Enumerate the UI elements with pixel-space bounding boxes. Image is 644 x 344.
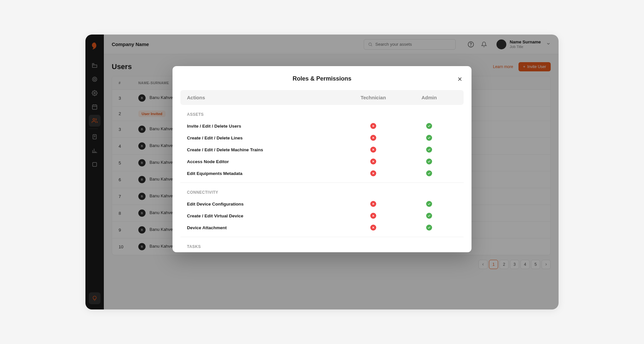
col-actions: Actions — [187, 95, 345, 100]
app-window: Company Name Name Surname Job Title User — [85, 35, 559, 309]
permission-row: Create / Edit / Delete Machine Trains — [180, 144, 464, 156]
cross-icon — [370, 213, 376, 219]
permissions-header: Actions Technician Admin — [180, 90, 464, 105]
permission-section: ASSETS — [180, 105, 464, 120]
cross-icon — [370, 159, 376, 164]
permission-action: Edit Device Configurations — [187, 202, 345, 207]
permission-section: CONNECTIVITY — [180, 183, 464, 198]
permission-row: Access Node Editor — [180, 156, 464, 167]
permission-row: Device Attachment — [180, 222, 464, 233]
close-icon[interactable]: ✕ — [456, 75, 464, 83]
cross-icon — [370, 170, 376, 176]
check-icon — [426, 213, 432, 219]
cross-icon — [370, 225, 376, 231]
permission-row: Edit Device Configurations — [180, 198, 464, 210]
cross-icon — [370, 123, 376, 129]
col-technician: Technician — [345, 95, 401, 100]
permission-action: Invite / Edit / Delete Users — [187, 124, 345, 129]
modal-title: Roles & Permissions — [292, 75, 351, 82]
check-icon — [426, 123, 432, 129]
check-icon — [426, 201, 432, 207]
permission-action: Edit Equipments Metadata — [187, 171, 345, 176]
permission-action: Create / Edit / Delete Machine Trains — [187, 147, 345, 152]
check-icon — [426, 147, 432, 153]
check-icon — [426, 135, 432, 141]
cross-icon — [370, 147, 376, 153]
permission-action: Access Node Editor — [187, 159, 345, 164]
check-icon — [426, 225, 432, 231]
permission-action: Create / Edit / Delete Lines — [187, 135, 345, 140]
permission-row: Create / Edit / Delete Lines — [180, 132, 464, 144]
permission-section: TASKS — [180, 237, 464, 252]
permission-action: Create / Edit Virtual Device — [187, 213, 345, 218]
check-icon — [426, 159, 432, 164]
check-icon — [426, 170, 432, 176]
cross-icon — [370, 201, 376, 207]
cross-icon — [370, 135, 376, 141]
col-admin: Admin — [401, 95, 457, 100]
modal-overlay[interactable]: Roles & Permissions ✕ Actions Technician… — [85, 35, 559, 309]
permission-row: Invite / Edit / Delete Users — [180, 120, 464, 132]
permission-row: Edit Equipments Metadata — [180, 167, 464, 179]
permission-row: Create / Edit Virtual Device — [180, 210, 464, 222]
permission-action: Device Attachment — [187, 225, 345, 230]
roles-permissions-modal: Roles & Permissions ✕ Actions Technician… — [172, 66, 472, 252]
